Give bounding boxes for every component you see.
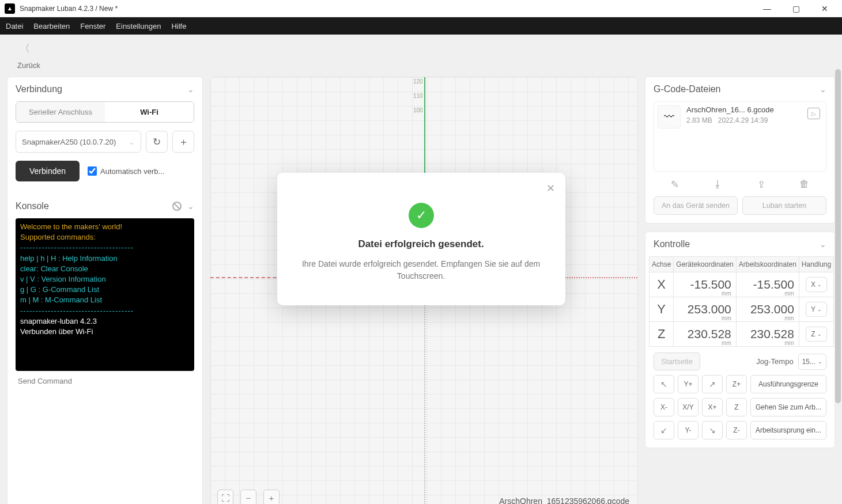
console-header: Konsole ⌄ (7, 190, 202, 218)
close-window-button[interactable]: ✕ (815, 0, 834, 17)
axis-y-action[interactable]: Y ⌄ (806, 302, 827, 317)
command-input[interactable] (16, 371, 194, 391)
download-icon[interactable]: ⭳ (713, 179, 723, 191)
jog-y-minus[interactable]: Y- (678, 421, 698, 439)
set-origin-button[interactable]: Arbeitsursprung ein... (750, 421, 826, 439)
file-thumbnail: 〰 (658, 105, 681, 128)
success-modal: ✕ ✓ Datei erfolgreich gesendet. Ihre Dat… (277, 173, 565, 305)
menu-settings[interactable]: Einstellungen (116, 22, 161, 31)
back-button[interactable]: 〈 Zurück (17, 39, 40, 70)
clear-console-icon[interactable] (172, 202, 182, 211)
chevron-down-icon[interactable]: ⌄ (820, 240, 826, 249)
jog-diag-up-left[interactable]: ↖ (654, 375, 674, 393)
chevron-down-icon[interactable]: ⌄ (820, 85, 826, 94)
execution-limit-button[interactable]: Ausführungsgrenze (750, 375, 826, 393)
connection-header: Verbindung ⌄ (7, 77, 202, 101)
menu-edit[interactable]: Bearbeiten (33, 22, 70, 31)
tab-serial[interactable]: Serieller Anschluss (16, 102, 105, 122)
file-date: 2022.4.29 14:39 (718, 116, 768, 124)
chevron-down-icon: ⌄ (129, 138, 135, 146)
device-select[interactable]: SnapmakerA250 (10.0.7.20) ⌄ (16, 131, 141, 153)
jog-label: Jog-Tempo (756, 357, 793, 366)
modal-body: Ihre Datei wurde erfolgreich gesendet. E… (291, 258, 552, 282)
goto-work-button[interactable]: Gehen Sie zum Arb... (750, 398, 826, 416)
jog-x-minus[interactable]: X- (654, 398, 674, 416)
jog-diag-up-right[interactable]: ↗ (702, 375, 723, 393)
titlebar: ▲ Snapmaker Luban 4.2.3 / New * — ▢ ✕ (0, 0, 842, 17)
app-icon: ▲ (5, 3, 15, 14)
zoom-in-button[interactable]: + (263, 490, 280, 504)
connect-button[interactable]: Verbinden (16, 161, 80, 181)
play-icon[interactable]: ▷ (807, 108, 820, 119)
menubar: Datei Bearbeiten Fenster Einstellungen H… (0, 17, 842, 35)
menu-file[interactable]: Datei (6, 22, 23, 31)
gcode-file-item[interactable]: 〰 ArschOhren_16... 6.gcode 2.83 MB 2022.… (654, 101, 826, 172)
maximize-button[interactable]: ▢ (787, 0, 805, 17)
start-luban-button[interactable]: Luban starten (742, 196, 826, 215)
chevron-down-icon[interactable]: ⌄ (187, 85, 194, 94)
jog-x-plus[interactable]: X+ (702, 398, 723, 416)
control-header: Kontrolle ⌄ (645, 232, 835, 256)
axis-x-action[interactable]: X ⌄ (806, 277, 827, 292)
terminal[interactable]: Welcome to the makers' world! Supported … (16, 218, 194, 371)
minimize-button[interactable]: — (758, 0, 776, 17)
menu-help[interactable]: Hilfe (171, 22, 186, 31)
zoom-out-button[interactable]: − (240, 490, 256, 504)
jog-diag-down-left[interactable]: ↙ (654, 421, 674, 439)
edit-icon[interactable]: ✎ (671, 179, 679, 191)
chevron-left-icon: 〈 (17, 39, 32, 58)
back-label: Zurück (17, 61, 40, 70)
trash-icon[interactable]: 🗑 (799, 179, 809, 191)
window-title: Snapmaker Luban 4.2.3 / New * (20, 5, 758, 13)
menu-window[interactable]: Fenster (80, 22, 105, 31)
scrollbar[interactable] (835, 69, 841, 461)
auto-connect-checkbox[interactable]: Automatisch verb... (88, 166, 164, 176)
add-button[interactable]: ＋ (172, 131, 194, 153)
jog-diag-down-right[interactable]: ↘ (702, 421, 723, 439)
jog-xy-home[interactable]: X/Y (678, 398, 698, 416)
export-icon[interactable]: ⇪ (757, 179, 765, 191)
check-icon: ✓ (409, 203, 434, 228)
scrollbar-thumb[interactable] (835, 69, 841, 403)
jog-y-plus[interactable]: Y+ (678, 375, 698, 393)
tab-wifi[interactable]: Wi-Fi (105, 102, 194, 122)
file-size: 2.83 MB (686, 116, 712, 124)
modal-title: Datei erfolgreich gesendet. (291, 238, 552, 250)
axis-z-action[interactable]: Z ⌄ (806, 327, 826, 342)
refresh-button[interactable]: ↻ (146, 131, 168, 153)
jog-z-minus[interactable]: Z- (726, 421, 747, 439)
chevron-down-icon[interactable]: ⌄ (187, 202, 194, 211)
jog-z-home[interactable]: Z (726, 398, 747, 416)
gcode-header: G-Code-Dateien ⌄ (645, 77, 835, 101)
jog-z-plus[interactable]: Z+ (726, 375, 747, 393)
file-name: ArschOhren_16... 6.gcode (686, 105, 799, 114)
canvas-filename: ArschOhren_1651235962066.gcode (499, 497, 629, 504)
coordinate-table: Achse Gerätekoordinaten Arbeitskoordinat… (649, 256, 834, 347)
fit-view-button[interactable]: ⛶ (217, 490, 233, 504)
close-icon[interactable]: ✕ (546, 182, 555, 195)
home-button[interactable]: Startseite (654, 353, 700, 370)
send-to-device-button[interactable]: An das Gerät senden (654, 196, 738, 215)
jog-speed-select[interactable]: 15... ⌄ (798, 354, 826, 370)
